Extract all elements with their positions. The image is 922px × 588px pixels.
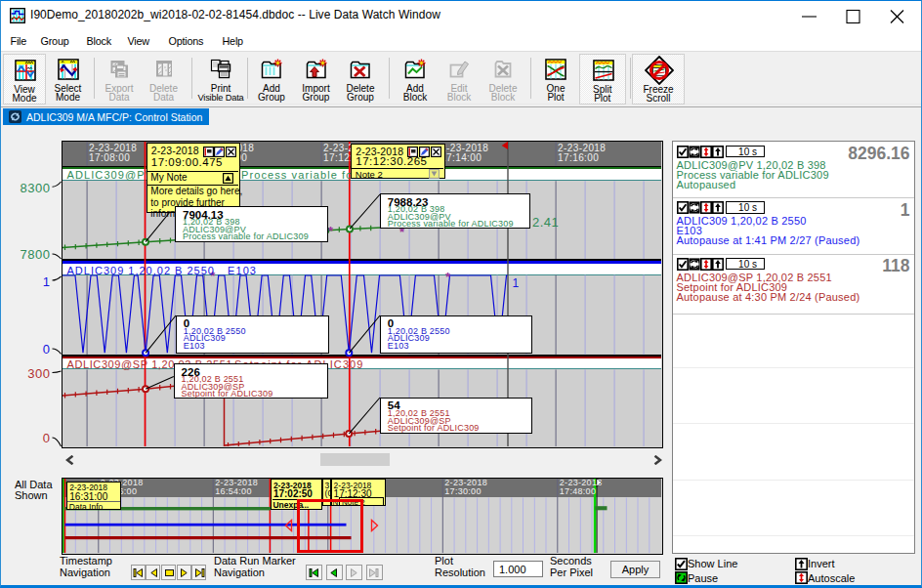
svg-text:*: * [445, 270, 451, 284]
